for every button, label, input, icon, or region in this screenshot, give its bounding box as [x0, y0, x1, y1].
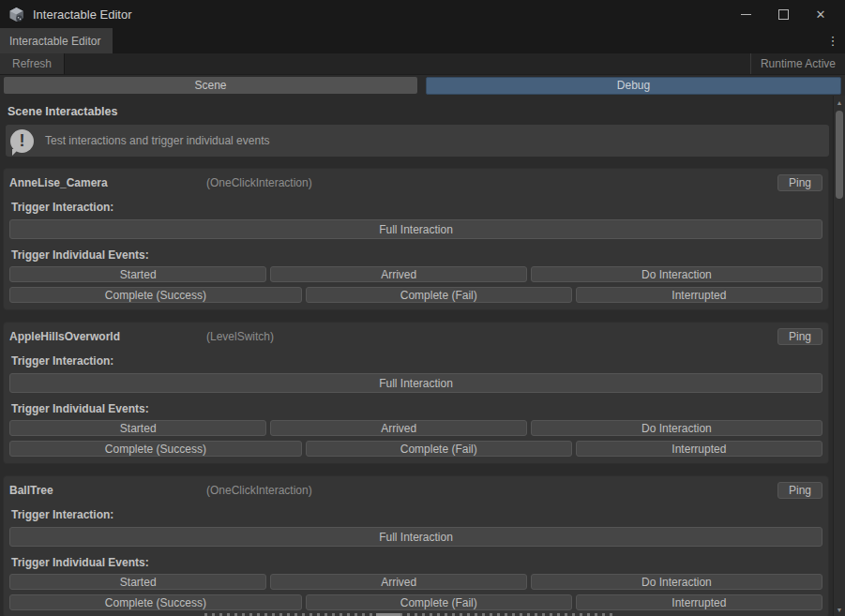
interactable-section-annelise-camera: AnneLise_Camera (OneClickInteraction) Pi…	[3, 168, 829, 310]
do-interaction-label: Do Interaction	[641, 576, 712, 589]
interrupted-label: Interrupted	[671, 443, 726, 456]
debug-tab-button[interactable]: Debug	[426, 77, 841, 95]
do-interaction-label: Do Interaction	[641, 422, 712, 435]
arrived-label: Arrived	[381, 576, 416, 589]
interactable-name: AppleHillsOverworld	[9, 330, 206, 343]
interrupted-button[interactable]: Interrupted	[576, 287, 822, 303]
unity-cube-icon	[8, 7, 24, 23]
started-button[interactable]: Started	[9, 420, 266, 436]
info-icon-glyph: !	[20, 131, 25, 151]
help-text: Test interactions and trigger individual…	[45, 134, 269, 147]
complete-success-label: Complete (Success)	[105, 596, 206, 609]
clipped-next-row	[204, 612, 814, 616]
window-title: Interactable Editor	[33, 8, 132, 22]
arrived-label: Arrived	[381, 422, 416, 435]
event-button-row: Started Arrived Do Interaction	[9, 266, 822, 282]
complete-fail-button[interactable]: Complete (Fail)	[306, 594, 572, 610]
close-icon: ✕	[816, 8, 826, 21]
debug-tab-label: Debug	[617, 79, 650, 92]
refresh-label: Refresh	[12, 57, 52, 70]
tabbar-spacer	[113, 28, 821, 53]
ping-label: Ping	[789, 484, 811, 497]
complete-success-label: Complete (Success)	[105, 289, 206, 302]
full-interaction-button[interactable]: Full Interaction	[9, 527, 822, 547]
kebab-icon: ⋮	[827, 34, 839, 48]
interactable-type: (OneClickInteraction)	[206, 176, 312, 189]
interrupted-button[interactable]: Interrupted	[576, 441, 822, 457]
started-button[interactable]: Started	[9, 574, 266, 590]
complete-fail-label: Complete (Fail)	[400, 596, 477, 609]
complete-fail-label: Complete (Fail)	[400, 443, 477, 456]
ping-button[interactable]: Ping	[777, 328, 822, 345]
scrollbar-thumb[interactable]	[836, 111, 843, 199]
trigger-events-label: Trigger Individual Events:	[11, 402, 822, 415]
interrupted-label: Interrupted	[671, 596, 726, 609]
scroll-down-button[interactable]: ▼	[834, 603, 845, 616]
started-button[interactable]: Started	[9, 266, 266, 282]
event-button-row: Started Arrived Do Interaction	[9, 420, 822, 436]
full-interaction-label: Full Interaction	[379, 377, 453, 390]
started-label: Started	[120, 268, 157, 281]
scene-interactables-panel: Scene Interactables ! Test interactions …	[0, 96, 845, 616]
scene-tab-button[interactable]: Scene	[4, 77, 417, 94]
runtime-active-toggle[interactable]: Runtime Active	[750, 53, 845, 74]
interrupted-button[interactable]: Interrupted	[576, 594, 822, 610]
scroll-down-icon: ▼	[837, 607, 843, 613]
event-button-row: Started Arrived Do Interaction	[9, 574, 822, 590]
complete-fail-button[interactable]: Complete (Fail)	[306, 441, 572, 457]
minimize-button[interactable]	[727, 0, 764, 28]
section-header: AppleHillsOverworld (LevelSwitch) Ping	[9, 328, 822, 345]
close-button[interactable]: ✕	[802, 0, 839, 28]
ping-button[interactable]: Ping	[777, 174, 822, 191]
panel-heading: Scene Interactables	[8, 105, 833, 118]
started-label: Started	[120, 422, 157, 435]
full-interaction-button[interactable]: Full Interaction	[9, 219, 822, 239]
section-header: AnneLise_Camera (OneClickInteraction) Pi…	[9, 174, 822, 191]
toolbar-spacer	[65, 53, 750, 74]
minimize-icon	[741, 14, 751, 15]
do-interaction-button[interactable]: Do Interaction	[531, 266, 822, 282]
interrupted-label: Interrupted	[671, 289, 726, 302]
info-icon: !	[10, 129, 34, 153]
ping-button[interactable]: Ping	[777, 482, 822, 499]
arrived-button[interactable]: Arrived	[270, 266, 526, 282]
trigger-events-label: Trigger Individual Events:	[11, 248, 822, 262]
arrived-button[interactable]: Arrived	[270, 574, 526, 590]
complete-fail-button[interactable]: Complete (Fail)	[306, 287, 572, 303]
event-button-row: Complete (Success) Complete (Fail) Inter…	[9, 441, 822, 457]
ping-label: Ping	[789, 176, 811, 189]
scroll-up-button[interactable]: ▲	[834, 96, 845, 109]
tab-interactable-editor[interactable]: Interactable Editor	[0, 28, 113, 53]
full-interaction-label: Full Interaction	[379, 223, 453, 236]
tab-label: Interactable Editor	[9, 35, 100, 48]
arrived-button[interactable]: Arrived	[270, 420, 526, 436]
complete-success-button[interactable]: Complete (Success)	[9, 287, 302, 303]
complete-fail-label: Complete (Fail)	[400, 289, 477, 302]
help-box: ! Test interactions and trigger individu…	[6, 125, 829, 157]
refresh-button[interactable]: Refresh	[0, 53, 65, 74]
maximize-icon	[778, 9, 789, 20]
do-interaction-button[interactable]: Do Interaction	[531, 574, 822, 590]
full-interaction-button[interactable]: Full Interaction	[9, 373, 822, 393]
title-bar: Interactable Editor ✕	[0, 0, 845, 28]
scene-tab-label: Scene	[194, 79, 226, 92]
arrived-label: Arrived	[381, 268, 416, 281]
complete-success-label: Complete (Success)	[105, 443, 206, 456]
ping-label: Ping	[789, 330, 811, 343]
do-interaction-button[interactable]: Do Interaction	[531, 420, 822, 436]
complete-success-button[interactable]: Complete (Success)	[9, 594, 302, 610]
trigger-interaction-label: Trigger Interaction:	[11, 354, 822, 368]
interactable-name: BallTree	[9, 484, 206, 497]
window-menu-button[interactable]: ⋮	[821, 28, 845, 53]
maximize-button[interactable]	[764, 0, 802, 28]
scroll-up-icon: ▲	[837, 99, 843, 106]
full-interaction-label: Full Interaction	[379, 531, 453, 544]
interactable-type: (LevelSwitch)	[206, 330, 274, 343]
interactable-editor-window: Interactable Editor ✕ Interactable Edito…	[0, 0, 845, 616]
runtime-active-label: Runtime Active	[761, 57, 836, 70]
trigger-events-label: Trigger Individual Events:	[11, 556, 822, 569]
complete-success-button[interactable]: Complete (Success)	[9, 441, 302, 457]
started-label: Started	[120, 576, 157, 589]
vertical-scrollbar[interactable]: ▲ ▼	[833, 96, 845, 616]
event-button-row: Complete (Success) Complete (Fail) Inter…	[9, 287, 822, 303]
